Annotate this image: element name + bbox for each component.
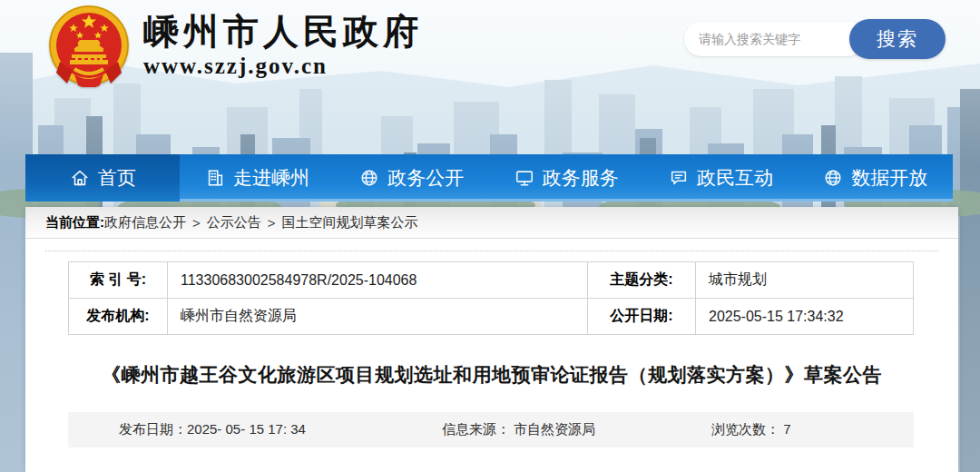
content-panel: 当前位置: 政府信息公开 > 公示公告 > 国土空间规划草案公示 索 引 号: … <box>25 207 958 472</box>
publication-date-value: 2025-05-15 17:34:32 <box>696 299 914 335</box>
main-nav: 首页 走进嵊州 政务公开 <box>25 154 953 202</box>
nav-item-label: 政民互动 <box>697 165 773 191</box>
dashed-divider <box>45 251 938 251</box>
article-meta-bar: 发布日期：2025- 05- 15 17: 34 信息来源： 市自然资源局 浏览… <box>68 412 914 447</box>
info-source: 信息来源： 市自然资源局 <box>442 421 595 438</box>
globe-icon <box>823 168 843 188</box>
index-number-label: 索 引 号: <box>69 262 168 299</box>
nav-item-label: 政务服务 <box>543 165 619 191</box>
nav-item-label: 数据开放 <box>851 165 927 191</box>
nav-item-about-shengzhou[interactable]: 走进嵊州 <box>180 154 334 202</box>
site-header: 嵊州市人民政府 www.szzj.gov.cn 搜索 <box>0 0 980 154</box>
topic-category-label: 主题分类: <box>588 262 696 299</box>
nav-item-home[interactable]: 首页 <box>25 154 180 202</box>
home-icon <box>70 168 90 188</box>
article-title: 《嵊州市越王谷文化旅游区项目规划选址和用地预审论证报告（规划落实方案）》草案公告 <box>53 362 931 388</box>
nav-item-label: 政务公开 <box>387 165 464 191</box>
monitor-icon <box>514 168 534 188</box>
breadcrumb-prefix: 当前位置: <box>45 214 104 231</box>
site-url: www.szzj.gov.cn <box>143 54 423 79</box>
publication-date-label: 公开日期: <box>588 299 696 335</box>
site-title: 嵊州市人民政府 <box>143 12 423 53</box>
page: 嵊州市人民政府 www.szzj.gov.cn 搜索 首页 <box>0 0 980 472</box>
document-info-table: 索 引 号: 11330683002584978R/2025-104068 主题… <box>68 261 914 335</box>
issuing-agency-label: 发布机构: <box>69 299 168 335</box>
chat-bubble-icon <box>669 168 689 188</box>
brand-text: 嵊州市人民政府 www.szzj.gov.cn <box>143 12 423 80</box>
nav-item-public-interaction[interactable]: 政民互动 <box>643 154 798 202</box>
building-icon <box>205 168 225 188</box>
globe-icon <box>359 168 379 188</box>
publish-date: 发布日期：2025- 05- 15 17: 34 <box>119 421 306 438</box>
breadcrumb-current-page[interactable]: 国土空间规划草案公示 <box>282 214 418 231</box>
breadcrumb: 当前位置: 政府信息公开 > 公示公告 > 国土空间规划草案公示 <box>25 207 958 239</box>
view-count: 浏览次数： 7 <box>711 421 791 438</box>
search-input[interactable] <box>684 22 866 56</box>
nav-item-open-data[interactable]: 数据开放 <box>799 154 953 202</box>
topic-category-value: 城市规划 <box>696 262 914 299</box>
breadcrumb-link-public-notices[interactable]: 公示公告 <box>207 214 261 231</box>
national-emblem-icon <box>47 4 131 87</box>
breadcrumb-link-gov-info[interactable]: 政府信息公开 <box>104 214 186 231</box>
breadcrumb-separator: > <box>192 215 201 231</box>
site-brand: 嵊州市人民政府 www.szzj.gov.cn <box>47 4 423 87</box>
index-number-value: 11330683002584978R/2025-104068 <box>168 262 588 299</box>
search-bar: 搜索 <box>684 18 946 60</box>
breadcrumb-separator: > <box>268 215 276 231</box>
nav-item-label: 首页 <box>98 165 136 191</box>
nav-item-gov-services[interactable]: 政务服务 <box>489 154 643 202</box>
table-row: 索 引 号: 11330683002584978R/2025-104068 主题… <box>69 262 914 299</box>
nav-item-gov-affairs-disclosure[interactable]: 政务公开 <box>335 154 489 202</box>
issuing-agency-value: 嵊州市自然资源局 <box>168 299 588 335</box>
search-button[interactable]: 搜索 <box>849 19 946 59</box>
table-row: 发布机构: 嵊州市自然资源局 公开日期: 2025-05-15 17:34:32 <box>69 299 914 335</box>
nav-item-label: 走进嵊州 <box>233 165 309 191</box>
